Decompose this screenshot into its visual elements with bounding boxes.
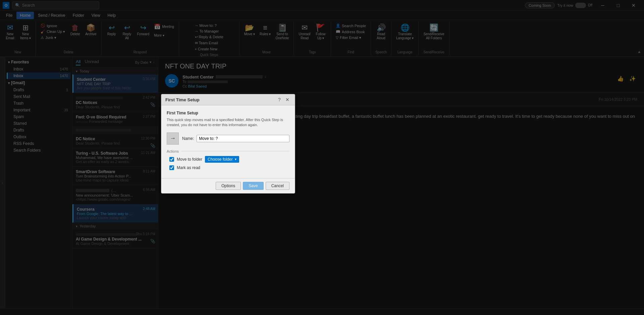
modal-title: First Time Setup [165, 97, 200, 102]
modal-icon-name-row: → Name: [167, 133, 289, 145]
cancel-button[interactable]: Cancel [266, 182, 289, 190]
modal-dialog: First Time Setup ? ✕ First Time Setup Th… [161, 94, 295, 194]
move-to-folder-label: Move to folder [177, 157, 202, 162]
modal-name-field: Name: [182, 135, 289, 142]
modal-overlay[interactable]: First Time Setup ? ✕ First Time Setup Th… [0, 0, 644, 315]
quickstep-icon-symbol: → [170, 135, 176, 142]
options-button[interactable]: Options [216, 182, 241, 190]
modal-footer: Options Save Cancel [161, 178, 295, 193]
modal-close-button[interactable]: ✕ [284, 96, 291, 103]
dropdown-arrow: ▾ [235, 157, 236, 161]
mark-as-read-checkbox[interactable] [169, 165, 174, 170]
modal-subtitle: First Time Setup [167, 111, 289, 115]
modal-quickstep-icon: → [167, 133, 179, 145]
modal-titlebar: First Time Setup ? ✕ [161, 94, 295, 105]
modal-help-button[interactable]: ? [276, 96, 283, 103]
dropdown-label: Choose folder [208, 157, 233, 162]
modal-controls: ? ✕ [276, 96, 291, 103]
modal-name-input[interactable] [197, 135, 289, 142]
save-button[interactable]: Save [243, 182, 263, 190]
modal-actions-section: Actions [167, 149, 289, 153]
modal-description: This quick step moves mail to a specifie… [167, 117, 289, 128]
mark-as-read-label: Mark as read [177, 165, 200, 170]
modal-body: First Time Setup This quick step moves m… [161, 105, 295, 178]
modal-name-label: Name: [182, 136, 194, 141]
choose-folder-dropdown[interactable]: Choose folder ▾ [205, 156, 239, 163]
move-to-folder-checkbox[interactable] [169, 157, 174, 162]
modal-action-row-2: Mark as read [167, 165, 289, 170]
modal-action-row-1: Move to folder Choose folder ▾ [167, 156, 289, 163]
